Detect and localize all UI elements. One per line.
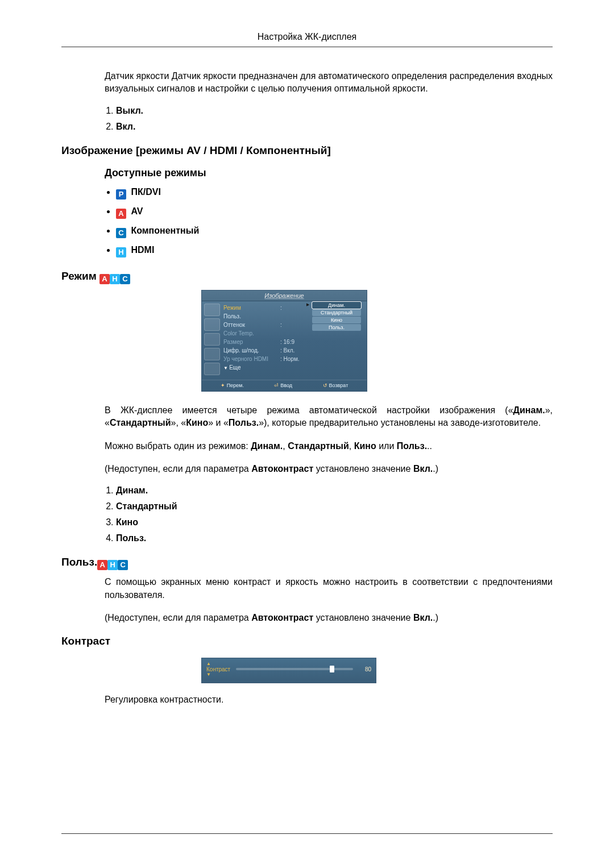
arrow-up-icon: ▲ [206, 662, 211, 666]
mode-badge-c-icon: C [120, 274, 130, 284]
slider-thumb [330, 666, 334, 672]
user-para-1: С помощью экранных меню контраст и яркос… [105, 576, 553, 601]
list-item: A AV [116, 206, 553, 219]
page-header: Настройка ЖК-дисплея [61, 32, 553, 47]
osd-rows: Режим: Польз. Оттенок: Color Temp. Разме… [222, 301, 367, 380]
osd-panel: Изображение Режим: Польз. Оттенок: Color… [201, 290, 367, 392]
osd-more: Еще [223, 363, 362, 371]
mode-label: HDMI [131, 245, 154, 255]
section-heading-user: Польз.AHC [61, 556, 553, 570]
arrow-down-icon: ▼ [206, 672, 211, 677]
list-item: P ПК/DVI [116, 187, 553, 200]
mode-label: ПК/DVI [131, 187, 160, 197]
mode-badges: AHC [99, 270, 130, 282]
osd-row-label: Оттенок [223, 322, 280, 328]
osd-nav-icon [204, 333, 220, 346]
contrast-para: Регулировка контрастности. [105, 693, 553, 706]
osd-row-label: Color Temp. [223, 330, 280, 337]
intro-paragraph: Датчик яркости Датчик яркости предназнач… [105, 70, 553, 95]
list-item: Кино [116, 517, 553, 528]
mode-list: Динам. Стандартный Кино Польз. [105, 485, 553, 543]
mode-label: AV [131, 206, 143, 216]
osd-nav-icon [204, 363, 220, 375]
osd-option: Стандартный [312, 309, 361, 316]
intro-block: Датчик яркости Датчик яркости предназнач… [105, 70, 553, 132]
mode-para-2: Можно выбрать один из режимов: Динам., С… [105, 440, 553, 452]
list-item: Вкл. [116, 122, 553, 132]
slider-name: Контраст [206, 666, 230, 672]
list-item: H HDMI [116, 245, 553, 258]
slider-value: 80 [359, 666, 371, 672]
list-item: Выкл. [116, 106, 553, 116]
footer-divider [61, 833, 553, 834]
user-description: С помощью экранных меню контраст и яркос… [105, 576, 553, 624]
osd-nav-icon [204, 304, 220, 316]
slider-label: ▲ Контраст ▼ [206, 662, 230, 677]
osd-row-label: Польз. [223, 313, 280, 319]
list-item: C Компонентный [116, 226, 553, 238]
section-heading-contrast: Контраст [61, 635, 553, 647]
osd-option: Кино [312, 317, 361, 323]
mode-badge-c-icon: C [116, 228, 126, 238]
mode-badge-a-icon: A [99, 274, 110, 284]
available-modes-block: Доступные режимы P ПК/DVI A AV C Компоне… [105, 167, 553, 258]
mode-label: Компонентный [131, 226, 199, 235]
osd-row-label: Размер [223, 339, 280, 345]
osd-screenshot-contrast: ▲ Контраст ▼ 80 [201, 658, 376, 683]
list-item: Польз. [116, 533, 553, 543]
osd-sidebar-icons [202, 301, 222, 380]
osd-nav-icon [204, 348, 220, 360]
intro-list: Выкл. Вкл. [105, 106, 553, 132]
osd-screenshot-mode: Изображение Режим: Польз. Оттенок: Color… [201, 290, 553, 392]
contrast-description: Регулировка контрастности. [105, 693, 553, 706]
list-item: Динам. [116, 485, 553, 496]
list-item: Стандартный [116, 501, 553, 512]
mode-badge-p-icon: P [116, 189, 126, 200]
osd-options-popup: Динам. Стандартный Кино Польз. [312, 301, 361, 331]
slider-track [236, 668, 353, 670]
mode-badge-a-icon: A [97, 560, 107, 570]
osd-footer: ✦Перем. ⏎Ввод ↺Возврат [202, 380, 367, 391]
mode-badges: AHC [97, 556, 128, 568]
available-modes-list: P ПК/DVI A AV C Компонентный H HDMI [105, 187, 553, 258]
mode-badge-h-icon: H [116, 247, 126, 258]
osd-body: Режим: Польз. Оттенок: Color Temp. Разме… [202, 301, 367, 380]
osd-row-label: Режим [223, 305, 280, 311]
osd-nav-icon [204, 318, 220, 331]
osd-option-selected: Динам. [312, 302, 361, 309]
mode-para-3: (Недоступен, если для параметра Автоконт… [105, 463, 553, 475]
available-modes-subheading: Доступные режимы [105, 167, 553, 179]
mode-para-1: В ЖК-дисплее имеется четыре режима автом… [105, 404, 553, 430]
osd-title: Изображение [202, 290, 367, 301]
mode-badge-h-icon: H [110, 274, 120, 284]
document-page: Настройка ЖК-дисплея Датчик яркости Датч… [0, 0, 614, 868]
header-title: Настройка ЖК-дисплея [258, 32, 356, 41]
user-para-2: (Недоступен, если для параметра Автоконт… [105, 612, 553, 624]
mode-description: В ЖК-дисплее имеется четыре режима автом… [105, 404, 553, 544]
section-heading-image-modes: Изображение [режимы AV / HDMI / Компонен… [61, 144, 553, 157]
mode-badge-a-icon: A [116, 209, 126, 219]
section-heading-mode: Режим AHC [61, 270, 553, 284]
mode-badge-h-icon: H [107, 560, 118, 570]
osd-row-label: Цифр. ш/под. [223, 347, 280, 354]
osd-option: Польз. [312, 324, 361, 331]
mode-badge-c-icon: C [118, 560, 128, 570]
osd-row-label: Ур черного HDMI [223, 356, 280, 362]
